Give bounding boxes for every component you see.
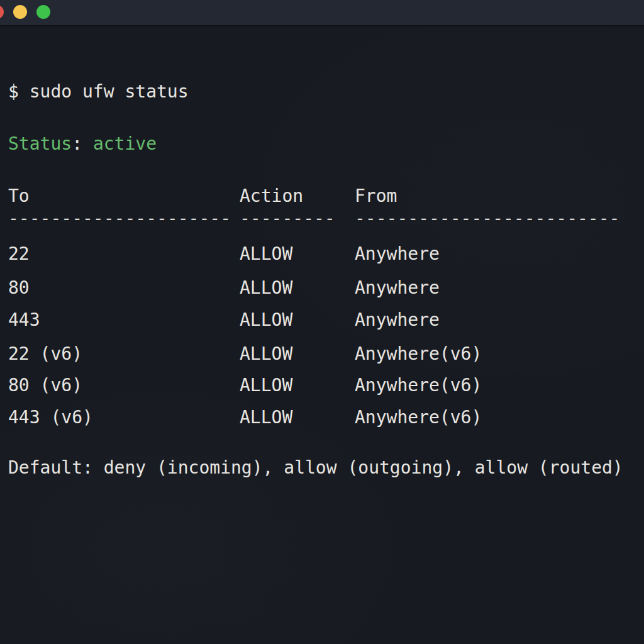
rule-action: ALLOW	[240, 311, 292, 329]
table-row: 22 (v6) ALLOW Anywhere(v6)	[0, 345, 644, 367]
header-from: From	[355, 187, 397, 205]
rule-from: Anywhere(v6)	[355, 345, 482, 363]
rule-from: Anywhere	[355, 311, 440, 329]
terminal-output: $ sudo ufw status Status: active To Acti…	[0, 28, 644, 644]
rule-to: 80 (v6)	[8, 377, 82, 394]
table-row: 22 ALLOW Anywhere	[0, 245, 644, 267]
rule-from: Anywhere	[355, 245, 440, 263]
table-row: 443 (v6) ALLOW Anywhere(v6)	[0, 409, 644, 430]
titlebar[interactable]	[0, 0, 644, 26]
status-label: Status	[8, 133, 72, 154]
header-action: Action	[240, 187, 303, 205]
zoom-button[interactable]	[36, 5, 50, 19]
close-button[interactable]	[0, 5, 4, 19]
table-header-row: To Action From	[0, 187, 644, 209]
rule-action: ALLOW	[240, 409, 292, 426]
table-row: 443 ALLOW Anywhere	[0, 311, 644, 333]
table-row: 80 ALLOW Anywhere	[0, 279, 644, 301]
rule-action: ALLOW	[240, 279, 292, 297]
minimize-button[interactable]	[13, 5, 27, 19]
separator-from: -------------------------	[355, 210, 619, 228]
status-line: Status: active	[8, 135, 157, 157]
separator-action: ---------	[240, 210, 335, 228]
rule-action: ALLOW	[240, 245, 292, 263]
rule-to: 22	[8, 245, 30, 263]
header-to: To	[8, 187, 30, 205]
separator-to: ---------------------	[8, 210, 231, 228]
rule-from: Anywhere	[355, 279, 440, 297]
rule-to: 22 (v6)	[8, 345, 82, 363]
defaults-line: Default: deny (incoming), allow (outgoin…	[8, 459, 623, 480]
rule-to: 443 (v6)	[8, 409, 93, 426]
rule-to: 443	[8, 311, 40, 329]
rule-to: 80	[8, 279, 30, 297]
rule-from: Anywhere(v6)	[355, 409, 482, 426]
table-separator-row: --------------------- --------- --------…	[0, 210, 644, 231]
rule-action: ALLOW	[240, 345, 292, 363]
status-separator: :	[72, 133, 93, 154]
terminal-window: $ sudo ufw status Status: active To Acti…	[0, 0, 644, 644]
rule-action: ALLOW	[240, 377, 292, 394]
rule-from: Anywhere(v6)	[355, 377, 482, 394]
status-value: active	[93, 133, 157, 154]
table-row: 80 (v6) ALLOW Anywhere(v6)	[0, 377, 644, 398]
command-line: $ sudo ufw status	[8, 83, 189, 104]
